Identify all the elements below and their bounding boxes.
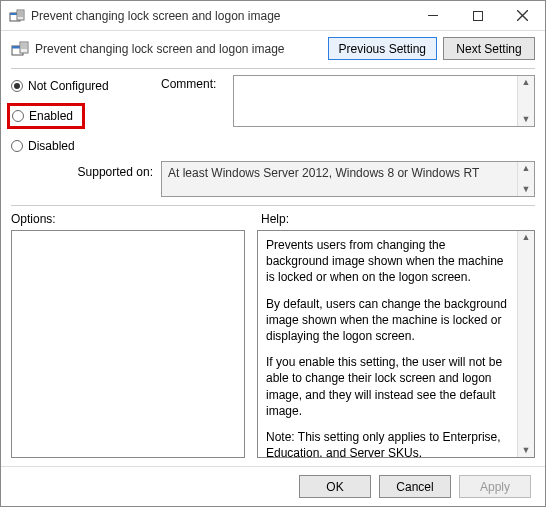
help-paragraph: Note: This setting only applies to Enter…	[266, 429, 509, 458]
comment-label: Comment:	[161, 75, 233, 155]
radio-label-disabled: Disabled	[28, 139, 75, 153]
options-panel	[11, 230, 245, 458]
previous-setting-button[interactable]: Previous Setting	[328, 37, 437, 60]
title-bar: Prevent changing lock screen and logon i…	[1, 1, 545, 31]
ok-button[interactable]: OK	[299, 475, 371, 498]
help-text: Prevents users from changing the backgro…	[258, 231, 517, 457]
window-buttons	[410, 1, 545, 30]
app-icon	[9, 8, 25, 24]
policy-dialog: Prevent changing lock screen and logon i…	[0, 0, 546, 507]
next-setting-button[interactable]: Next Setting	[443, 37, 535, 60]
scroll-up-icon: ▲	[522, 162, 531, 175]
minimize-button[interactable]	[410, 1, 455, 30]
radio-icon	[11, 140, 23, 152]
scroll-down-icon: ▼	[522, 183, 531, 196]
maximize-button[interactable]	[455, 1, 500, 30]
radio-label-not-configured: Not Configured	[28, 79, 109, 93]
help-panel: Prevents users from changing the backgro…	[257, 230, 535, 458]
state-area: Not Configured Enabled Disabled Comment:…	[1, 69, 545, 157]
radio-icon	[11, 80, 23, 92]
comment-textarea[interactable]: ▲ ▼	[233, 75, 535, 127]
radio-icon	[12, 110, 24, 122]
supported-row: Supported on: At least Windows Server 20…	[1, 157, 545, 205]
scroll-down-icon: ▼	[522, 113, 531, 126]
scroll-up-icon: ▲	[522, 76, 531, 89]
help-paragraph: By default, users can change the backgro…	[266, 296, 509, 345]
policy-icon	[11, 40, 29, 58]
radio-enabled[interactable]: Enabled	[12, 107, 74, 125]
radio-label-enabled: Enabled	[29, 109, 73, 123]
header-row: Prevent changing lock screen and logon i…	[1, 31, 545, 68]
apply-button[interactable]: Apply	[459, 475, 531, 498]
help-label: Help:	[261, 212, 289, 226]
cancel-button[interactable]: Cancel	[379, 475, 451, 498]
radio-disabled[interactable]: Disabled	[11, 137, 161, 155]
panel-labels: Options: Help:	[1, 206, 545, 230]
scrollbar[interactable]: ▲ ▼	[517, 162, 534, 196]
highlight-enabled: Enabled	[7, 103, 85, 129]
help-paragraph: Prevents users from changing the backgro…	[266, 237, 509, 286]
scrollbar[interactable]: ▲ ▼	[517, 76, 534, 126]
scroll-down-icon: ▼	[522, 444, 531, 457]
comment-column: Comment: ▲ ▼	[161, 75, 535, 155]
panels: Prevents users from changing the backgro…	[1, 230, 545, 466]
supported-textarea: At least Windows Server 2012, Windows 8 …	[161, 161, 535, 197]
footer: OK Cancel Apply	[1, 466, 545, 506]
options-label: Options:	[11, 212, 261, 226]
state-radio-group: Not Configured Enabled Disabled	[11, 75, 161, 155]
scrollbar[interactable]: ▲ ▼	[517, 231, 534, 457]
window-title: Prevent changing lock screen and logon i…	[31, 9, 410, 23]
comment-value	[234, 76, 517, 126]
supported-label: Supported on:	[11, 161, 161, 197]
scroll-up-icon: ▲	[522, 231, 531, 244]
radio-not-configured[interactable]: Not Configured	[11, 77, 161, 95]
supported-text: At least Windows Server 2012, Windows 8 …	[162, 162, 517, 196]
help-paragraph: If you enable this setting, the user wil…	[266, 354, 509, 419]
policy-title: Prevent changing lock screen and logon i…	[35, 42, 322, 56]
close-button[interactable]	[500, 1, 545, 30]
